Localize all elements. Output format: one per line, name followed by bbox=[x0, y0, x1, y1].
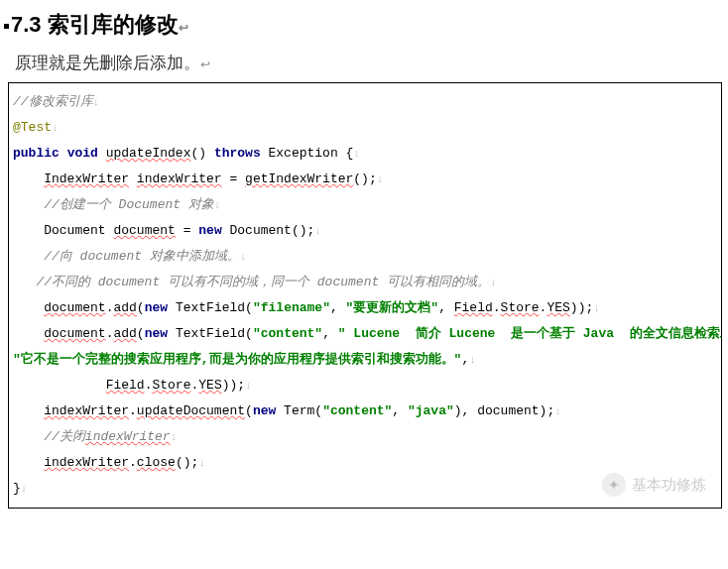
section-heading: 7.3 索引库的修改↩ bbox=[0, 0, 728, 48]
intro-text: 原理就是先删除后添加。↩ bbox=[0, 48, 728, 78]
heading-text: 7.3 索引库的修改 bbox=[11, 12, 179, 37]
code-block: //修改索引库↓ @Test↓ public void updateIndex(… bbox=[8, 82, 722, 509]
